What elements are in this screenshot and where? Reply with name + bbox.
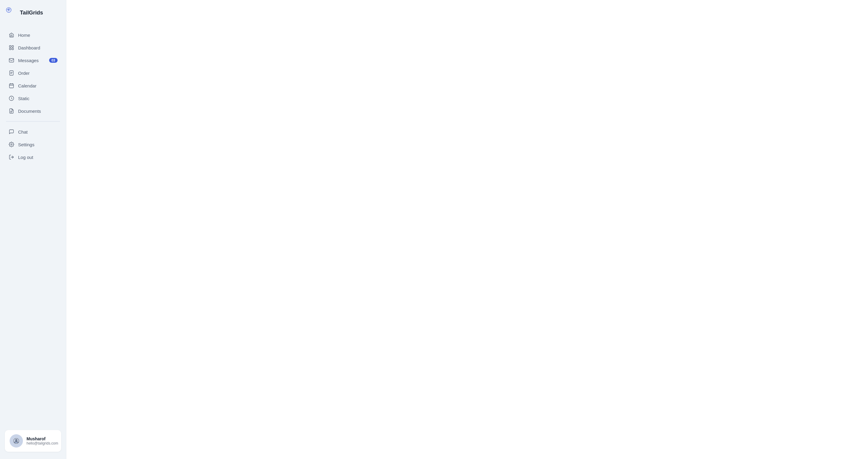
- sidebar-item-home[interactable]: Home: [5, 29, 61, 41]
- logo-area[interactable]: TailGrids: [5, 7, 61, 18]
- svg-rect-4: [12, 48, 13, 50]
- calendar-icon: [8, 83, 14, 89]
- sidebar-item-documents[interactable]: Documents: [5, 105, 61, 117]
- sidebar-item-logout[interactable]: Log out: [5, 151, 61, 163]
- logout-icon: [8, 154, 14, 160]
- svg-rect-1: [9, 46, 11, 47]
- mail-icon: [8, 57, 14, 63]
- main-nav: Home Dashboard Messages 03 Order: [5, 29, 61, 425]
- sidebar-item-label: Home: [18, 33, 58, 38]
- main-content: [66, 0, 868, 459]
- user-info: Musharof hello@tailgrids.com: [27, 436, 58, 446]
- svg-rect-3: [9, 48, 11, 50]
- documents-icon: [8, 108, 14, 114]
- sidebar-item-label: Log out: [18, 155, 58, 160]
- dashboard-icon: [8, 45, 14, 51]
- settings-icon: [8, 141, 14, 147]
- brand-name: TailGrids: [20, 10, 43, 16]
- chat-icon: [8, 129, 14, 135]
- sidebar-item-label: Settings: [18, 142, 58, 147]
- sidebar-item-label: Dashboard: [18, 45, 58, 50]
- sidebar-item-label: Documents: [18, 109, 58, 114]
- sidebar-item-messages[interactable]: Messages 03: [5, 54, 61, 66]
- sidebar-item-label: Calendar: [18, 83, 58, 88]
- svg-rect-2: [12, 46, 13, 47]
- messages-badge: 03: [49, 58, 58, 63]
- user-email: hello@tailgrids.com: [27, 441, 58, 446]
- svg-point-9: [11, 144, 12, 145]
- static-icon: [8, 95, 14, 101]
- user-card[interactable]: Musharof hello@tailgrids.com: [5, 430, 61, 452]
- sidebar-item-label: Order: [18, 70, 58, 76]
- nav-divider: [6, 121, 60, 121]
- svg-rect-5: [9, 58, 14, 62]
- brand-logo-icon: [6, 7, 17, 18]
- sidebar-item-settings[interactable]: Settings: [5, 138, 61, 150]
- svg-rect-7: [9, 84, 13, 88]
- sidebar-item-order[interactable]: Order: [5, 67, 61, 79]
- sidebar-item-calendar[interactable]: Calendar: [5, 80, 61, 92]
- svg-rect-6: [10, 71, 13, 76]
- home-icon: [8, 32, 14, 38]
- avatar: [10, 434, 23, 448]
- sidebar-item-dashboard[interactable]: Dashboard: [5, 41, 61, 54]
- sidebar-item-static[interactable]: Static: [5, 92, 61, 104]
- user-name: Musharof: [27, 436, 58, 441]
- sidebar: TailGrids Home Dashboard Messages 03: [0, 0, 66, 459]
- sidebar-item-label: Static: [18, 96, 58, 101]
- order-icon: [8, 70, 14, 76]
- sidebar-item-chat[interactable]: Chat: [5, 126, 61, 138]
- svg-point-11: [16, 439, 17, 441]
- sidebar-item-label: Messages: [18, 58, 45, 63]
- sidebar-item-label: Chat: [18, 130, 58, 135]
